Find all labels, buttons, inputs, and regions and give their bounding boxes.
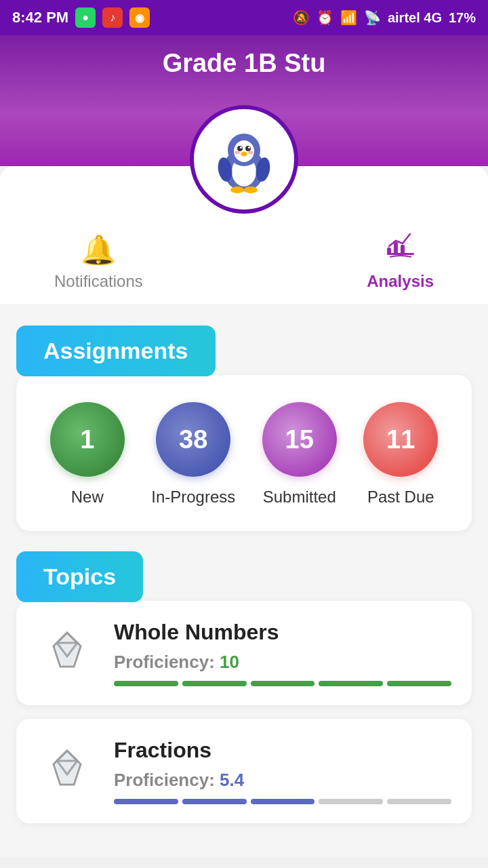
topic-info-fractions: Fractions Proficiency: 5.4 bbox=[114, 738, 451, 804]
topic-info-whole-numbers: Whole Numbers Proficiency: 10 bbox=[114, 620, 451, 686]
proficiency-value-fractions: 5.4 bbox=[220, 770, 244, 790]
analysis-icon bbox=[384, 227, 417, 267]
topic-icon-whole-numbers bbox=[37, 623, 98, 684]
header-section: Grade 1B Stu bbox=[0, 35, 488, 166]
submitted-count: 15 bbox=[285, 425, 314, 454]
music-icon: ♪ bbox=[102, 7, 123, 28]
status-bar: 8:42 PM ● ♪ ◉ 🔕 ⏰ 📶 📡 airtel 4G 17% bbox=[0, 0, 488, 35]
pastdue-label: Past Due bbox=[367, 488, 434, 507]
camera-icon: ◉ bbox=[129, 7, 150, 28]
topic-name-fractions: Fractions bbox=[114, 738, 451, 763]
content-area: Assignments 1 New 38 In-Progress bbox=[0, 305, 488, 857]
time-display: 8:42 PM bbox=[12, 9, 68, 26]
assignments-card: 1 New 38 In-Progress 15 S bbox=[16, 375, 472, 531]
submitted-circle: 15 bbox=[262, 402, 337, 477]
main-card: 🔔 Notifications Analysis Assignments bbox=[0, 166, 488, 857]
svg-point-5 bbox=[245, 146, 251, 151]
svg-point-9 bbox=[235, 151, 240, 155]
assignments-section: Assignments 1 New 38 In-Progress bbox=[16, 326, 472, 531]
svg-point-13 bbox=[230, 186, 244, 193]
seg-3 bbox=[251, 681, 315, 686]
progress-bar-fractions bbox=[114, 799, 451, 804]
frac-seg-3 bbox=[251, 799, 315, 804]
seg-1 bbox=[114, 681, 178, 686]
pastdue-assignment-item[interactable]: 11 Past Due bbox=[363, 402, 438, 507]
topic-card-whole-numbers[interactable]: Whole Numbers Proficiency: 10 bbox=[16, 601, 472, 705]
svg-rect-16 bbox=[394, 242, 398, 254]
inprogress-label: In-Progress bbox=[151, 488, 235, 507]
svg-point-7 bbox=[248, 146, 250, 149]
notifications-label: Notifications bbox=[54, 272, 143, 291]
proficiency-value-whole-numbers: 10 bbox=[220, 652, 239, 672]
pastdue-circle: 11 bbox=[363, 402, 438, 477]
assignments-button[interactable]: Assignments bbox=[16, 326, 216, 376]
page-title: Grade 1B Stu bbox=[0, 49, 488, 78]
whatsapp-icon: ● bbox=[75, 7, 96, 28]
battery-label: 17% bbox=[449, 10, 476, 26]
carrier-label: airtel 4G bbox=[388, 10, 442, 26]
nav-analysis[interactable]: Analysis bbox=[367, 227, 434, 291]
alarm-icon: ⏰ bbox=[317, 9, 333, 26]
svg-point-6 bbox=[240, 146, 242, 149]
inprogress-circle: 38 bbox=[156, 402, 230, 477]
signal-icon: 📡 bbox=[364, 9, 381, 26]
avatar-wrapper bbox=[190, 105, 298, 214]
bell-icon: 🔔 bbox=[81, 233, 116, 267]
status-right: 🔕 ⏰ 📶 📡 airtel 4G 17% bbox=[293, 9, 476, 26]
svg-rect-17 bbox=[401, 245, 405, 254]
avatar bbox=[200, 115, 288, 203]
frac-seg-4 bbox=[319, 799, 383, 804]
assignment-circles: 1 New 38 In-Progress 15 S bbox=[37, 402, 451, 507]
topics-section: Topics Whole Numbers Proficiency: bbox=[16, 551, 472, 823]
new-assignment-item[interactable]: 1 New bbox=[50, 402, 125, 507]
pastdue-count: 11 bbox=[386, 425, 415, 454]
topic-proficiency-fractions: Proficiency: 5.4 bbox=[114, 770, 451, 791]
penguin-icon bbox=[210, 125, 278, 193]
topic-name-whole-numbers: Whole Numbers bbox=[114, 620, 451, 645]
seg-5 bbox=[387, 681, 451, 686]
topic-card-fractions[interactable]: Fractions Proficiency: 5.4 bbox=[16, 719, 472, 823]
seg-4 bbox=[319, 681, 383, 686]
submitted-assignment-item[interactable]: 15 Submitted bbox=[262, 402, 337, 507]
svg-point-10 bbox=[248, 151, 253, 155]
svg-rect-18 bbox=[387, 253, 414, 255]
frac-seg-5 bbox=[387, 799, 451, 804]
frac-seg-1 bbox=[114, 799, 178, 804]
mute-icon: 🔕 bbox=[293, 9, 310, 26]
progress-bar-whole-numbers bbox=[114, 681, 451, 686]
svg-point-4 bbox=[237, 146, 243, 151]
topic-proficiency-whole-numbers: Proficiency: 10 bbox=[114, 652, 451, 673]
inprogress-count: 38 bbox=[179, 425, 207, 454]
svg-point-8 bbox=[241, 152, 247, 157]
seg-2 bbox=[182, 681, 247, 686]
status-left: 8:42 PM ● ♪ ◉ bbox=[12, 7, 150, 28]
submitted-label: Submitted bbox=[263, 488, 336, 507]
new-count: 1 bbox=[80, 425, 94, 454]
inprogress-assignment-item[interactable]: 38 In-Progress bbox=[151, 402, 235, 507]
new-label: New bbox=[71, 488, 104, 507]
topic-icon-fractions bbox=[37, 741, 98, 802]
new-circle: 1 bbox=[50, 402, 125, 477]
svg-point-14 bbox=[244, 186, 258, 193]
nav-notifications[interactable]: 🔔 Notifications bbox=[54, 233, 143, 291]
frac-seg-2 bbox=[182, 799, 247, 804]
wifi-icon: 📶 bbox=[340, 9, 357, 26]
topics-button[interactable]: Topics bbox=[16, 551, 143, 602]
analysis-label: Analysis bbox=[367, 272, 434, 291]
